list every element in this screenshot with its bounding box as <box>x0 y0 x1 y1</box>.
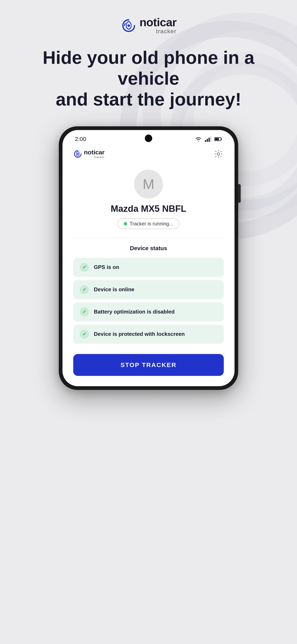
svg-rect-5 <box>210 136 211 142</box>
stop-tracker-button[interactable]: STOP TRACKER <box>73 354 224 376</box>
phone-mockup: 2:00 <box>59 126 238 390</box>
status-item-lockscreen: ✓ Device is protected with lockscreen <box>73 325 224 344</box>
page-headline: Hide your old phone in a vehicle and sta… <box>35 47 262 110</box>
battery-icon <box>214 137 222 142</box>
checkmark-online: ✓ <box>82 287 86 292</box>
device-status-section: Device status ✓ GPS is on ✓ <box>73 245 224 376</box>
check-circle-gps: ✓ <box>80 263 89 272</box>
app-content: noticar tracker M <box>62 144 235 386</box>
checkmark-lockscreen: ✓ <box>82 332 86 337</box>
gear-icon <box>214 150 223 158</box>
logo-tracker-text: tracker <box>156 28 177 35</box>
svg-point-10 <box>77 153 79 154</box>
tracker-status-badge: Tracker is running... <box>118 218 179 229</box>
status-item-text-online: Device is online <box>94 286 134 293</box>
app-logo-text: noticar tracker <box>84 149 105 159</box>
logo-noticar-text: noticar <box>139 16 177 28</box>
tracker-running-dot <box>124 222 127 226</box>
settings-button[interactable] <box>213 148 224 159</box>
brand-logo: noticar tracker <box>120 16 177 35</box>
status-item-gps: ✓ GPS is on <box>73 258 224 277</box>
device-status-title: Device status <box>73 245 224 252</box>
noticar-logo-icon <box>120 17 137 34</box>
svg-rect-4 <box>209 138 210 142</box>
vehicle-name: Mazda MX5 NBFL <box>111 204 186 214</box>
check-circle-battery: ✓ <box>80 307 89 316</box>
logo-text-group: noticar tracker <box>139 16 177 35</box>
app-logo-noticar: noticar <box>84 149 105 156</box>
status-items-list: ✓ GPS is on ✓ Device is online <box>73 258 224 344</box>
app-logo-icon <box>73 150 82 158</box>
status-item-text-gps: GPS is on <box>94 264 119 270</box>
signal-icon <box>205 136 211 142</box>
check-circle-lockscreen: ✓ <box>80 330 89 339</box>
status-item-text-battery: Battery optimization is disabled <box>94 308 175 315</box>
status-item-text-lockscreen: Device is protected with lockscreen <box>94 331 185 337</box>
checkmark-gps: ✓ <box>82 264 86 270</box>
app-logo: noticar tracker <box>73 149 105 159</box>
vehicle-section: M Mazda MX5 NBFL Tracker is running... <box>73 170 224 229</box>
vehicle-avatar: M <box>134 170 163 198</box>
svg-rect-8 <box>215 138 219 140</box>
section-divider <box>73 237 224 238</box>
svg-rect-3 <box>207 139 208 142</box>
status-time: 2:00 <box>75 136 86 142</box>
svg-rect-2 <box>205 140 206 142</box>
status-icons <box>195 136 222 142</box>
phone-frame: 2:00 <box>59 126 238 390</box>
camera-notch <box>145 134 152 142</box>
vehicle-avatar-letter: M <box>143 176 154 192</box>
svg-rect-7 <box>221 138 222 140</box>
status-item-online: ✓ Device is online <box>73 280 224 299</box>
svg-point-11 <box>217 153 220 155</box>
status-item-battery: ✓ Battery optimization is disabled <box>73 302 224 322</box>
checkmark-battery: ✓ <box>82 309 86 314</box>
tracker-status-text: Tracker is running... <box>130 221 173 227</box>
app-logo-tracker: tracker <box>84 156 105 159</box>
wifi-icon <box>195 136 202 142</box>
phone-screen: 2:00 <box>62 130 235 386</box>
check-circle-online: ✓ <box>80 285 89 294</box>
app-header: noticar tracker <box>73 148 224 159</box>
svg-point-1 <box>127 24 130 27</box>
